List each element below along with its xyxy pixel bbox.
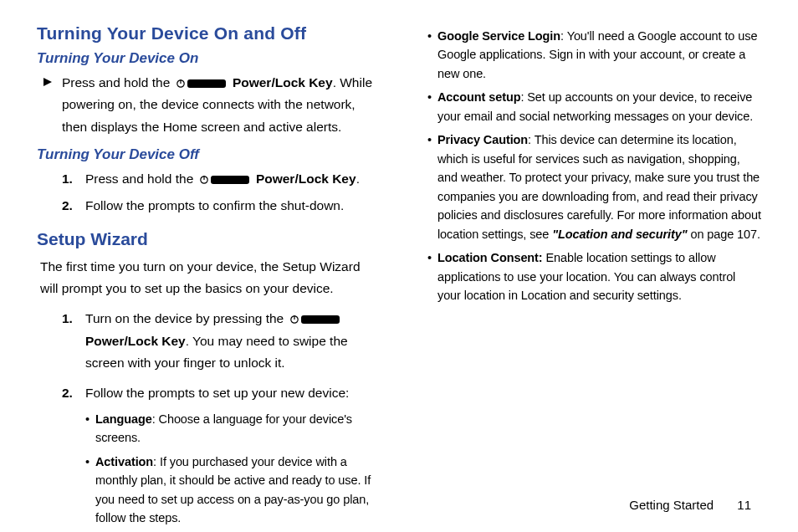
page-footer: Getting Started 11	[629, 498, 751, 512]
subheading-turning-off: Turning Your Device Off	[37, 146, 379, 163]
bullet-label: Location Consent:	[437, 251, 543, 264]
bullet-google-login: • Google Service Login: You'll need a Go…	[419, 27, 761, 83]
bullet-label: Language	[95, 412, 152, 426]
step-off-1: 1. Press and hold the Power/Lock Key.	[37, 168, 379, 190]
key-label: Power/Lock Key	[256, 171, 356, 186]
heading-setup-wizard: Setup Wizard	[37, 229, 379, 249]
cross-reference: "Location and security"	[552, 228, 687, 241]
svg-marker-0	[43, 78, 52, 86]
setup-wizard-intro: The first time you turn on your device, …	[37, 256, 379, 300]
bullet-label: Account setup	[437, 90, 520, 104]
text: Follow the prompts to set up your new de…	[85, 386, 349, 400]
bullet-language: • Language: Choose a language for your d…	[37, 410, 379, 448]
power-key-icon	[289, 314, 341, 325]
step-off-2: 2. Follow the prompts to confirm the shu…	[37, 195, 379, 217]
bullet-label: Activation	[95, 455, 153, 468]
bullet-icon: •	[427, 248, 432, 267]
bullet-label: Google Service Login	[437, 29, 560, 43]
svg-rect-6	[211, 176, 249, 184]
step-setup-1: 1. Turn on the device by pressing the Po…	[37, 308, 379, 374]
column-left: Turning Your Device On and Off Turning Y…	[37, 23, 379, 475]
bullet-icon: •	[427, 88, 432, 106]
step-number: 2.	[62, 382, 73, 404]
bullet-label: Privacy Caution	[437, 133, 528, 146]
section-name: Getting Started	[629, 498, 714, 512]
bullet-icon: •	[427, 27, 432, 45]
page-number: 11	[737, 498, 751, 512]
bullet-icon: •	[85, 453, 90, 471]
key-label: Power/Lock Key	[85, 334, 186, 348]
step-number: 2.	[62, 195, 73, 217]
svg-rect-9	[301, 315, 340, 324]
svg-rect-3	[187, 79, 226, 88]
step-number: 1.	[62, 308, 73, 330]
text: Press and hold the	[62, 75, 174, 90]
text: Press and hold the	[85, 171, 197, 186]
key-label: Power/Lock Key	[233, 75, 333, 90]
instruction-power-on: Press and hold the Power/Lock Key. While…	[37, 72, 379, 138]
heading-turning-on-off: Turning Your Device On and Off	[37, 23, 379, 43]
bullet-icon: •	[85, 410, 90, 428]
power-key-icon	[176, 78, 228, 90]
bullet-text: : This device can determine its location…	[437, 133, 761, 240]
bullet-privacy-caution: • Privacy Caution: This device can deter…	[419, 130, 761, 243]
column-right: • Google Service Login: You'll need a Go…	[419, 23, 761, 475]
bullet-icon: •	[427, 130, 432, 149]
step-number: 1.	[62, 168, 73, 190]
bullet-account-setup: • Account setup: Set up accounts on your…	[419, 88, 761, 125]
bullet-location-consent: • Location Consent: Enable location sett…	[419, 248, 761, 304]
bullet-text: on page 107.	[687, 228, 760, 241]
text: Follow the prompts to confirm the shut-d…	[85, 198, 344, 212]
power-key-icon	[199, 174, 251, 186]
bullet-activation: • Activation: If you purchased your devi…	[37, 453, 379, 528]
subheading-turning-on: Turning Your Device On	[37, 50, 379, 67]
text: Turn on the device by pressing the	[85, 311, 288, 325]
triangle-icon	[42, 74, 54, 95]
step-setup-2: 2. Follow the prompts to set up your new…	[37, 382, 379, 404]
text: .	[356, 171, 360, 186]
